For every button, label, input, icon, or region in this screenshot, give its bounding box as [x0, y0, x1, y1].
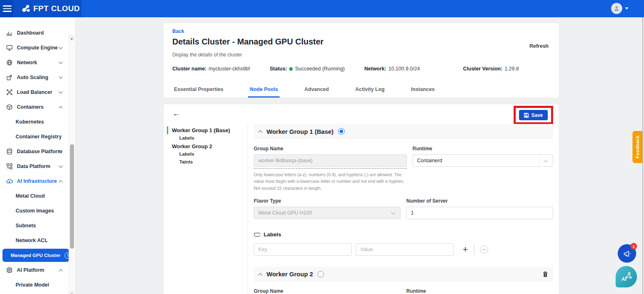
sidebar-item-custom-images[interactable]: Custom Images — [0, 203, 69, 218]
sidebar-item-dashboard[interactable]: Dashboard — [0, 26, 69, 40]
delete-worker-group-icon[interactable] — [542, 271, 548, 277]
page-subtitle: Display the details of the cluster — [172, 52, 242, 58]
compute-engine-icon — [6, 44, 13, 51]
collapse-caret-icon[interactable] — [258, 273, 262, 278]
labels-section-title: Labels — [264, 231, 281, 238]
sidebar: Dashboard Compute Engine Network Auto Sc… — [0, 17, 75, 294]
avatar — [611, 3, 622, 14]
status-dot — [289, 67, 293, 71]
save-button[interactable]: Save — [519, 110, 548, 120]
sidebar-item-database-platform[interactable]: Database Platform — [0, 144, 69, 159]
tag-icon — [254, 231, 260, 238]
auto-scaling-icon — [6, 74, 13, 81]
label-key-input[interactable] — [254, 243, 352, 256]
sidebar-item-ai-infrastructure[interactable]: AI Infrastructure — [0, 174, 69, 189]
worker-group-form: Worker Group 1 (Base) Group Name Only lo… — [248, 124, 554, 294]
cluster-name: Cluster name: mycluster-ckhxtlbf — [172, 66, 250, 72]
announcements-button[interactable]: 1 — [618, 244, 636, 263]
group-name-label: Group Name — [254, 146, 407, 152]
sidebar-item-managed-gpu-cluster[interactable]: Managed GPU Cluster beta — [2, 249, 69, 262]
chevron-down-icon — [59, 164, 63, 168]
sidebar-item-auto-scaling[interactable]: Auto Scaling — [0, 70, 69, 85]
runtime-label: Runtime — [412, 146, 553, 152]
sidebar-item-private-model[interactable]: Private Model — [0, 278, 69, 292]
chevron-down-icon — [59, 75, 63, 79]
page-title: Details Cluster - Managed GPU Cluster — [172, 37, 324, 47]
scroll-up-button[interactable]: ▲ — [69, 35, 74, 41]
refresh-button[interactable]: Refresh — [529, 43, 549, 49]
tab-activity-log[interactable]: Activity Log — [354, 83, 387, 98]
sidebar-item-network[interactable]: Network — [0, 55, 69, 70]
network-icon — [6, 59, 13, 66]
save-annotation-highlight: Save — [514, 106, 553, 124]
sidebar-vertical-scrollbar[interactable]: ▲ ▼ — [69, 35, 74, 294]
sidebar-item-container-registry[interactable]: Container Registry — [0, 129, 69, 144]
sidebar-item-containers[interactable]: Containers — [0, 100, 69, 114]
sidebar-item-compute-engine[interactable]: Compute Engine — [0, 40, 69, 55]
sidebar-item-metal-cloud[interactable]: Metal Cloud — [0, 189, 69, 203]
remove-label-button[interactable] — [480, 245, 488, 254]
cluster-network: Network: 10.100.9.0/24 — [364, 66, 420, 72]
tree-item-group2-taints[interactable]: Taints — [167, 158, 248, 166]
worker-group-2-title: Worker Group 2 — [266, 271, 313, 278]
vertical-scroll-thumb[interactable] — [70, 144, 74, 249]
labels-section-header: Labels — [254, 231, 553, 238]
sidebar-nav: Dashboard Compute Engine Network Auto Sc… — [0, 26, 69, 292]
sidebar-item-subnets[interactable]: Subnets — [0, 218, 69, 233]
group-name-field: Group Name Only lowercase letters (a-z),… — [254, 146, 407, 191]
flavor-type-select[interactable]: Metal Cloud GPU H100 — [254, 207, 401, 219]
back-arrow-icon[interactable]: ← — [172, 109, 181, 117]
sidebar-item-network-acl[interactable]: Network ACL — [0, 233, 69, 248]
worker-group-1-radio[interactable] — [338, 128, 345, 135]
megaphone-icon — [623, 249, 632, 258]
ai-platform-icon — [6, 267, 13, 274]
tab-node-pools[interactable]: Node Pools — [248, 83, 280, 98]
dashboard-icon — [6, 30, 13, 37]
user-menu-button[interactable] — [611, 3, 628, 14]
chevron-down-icon — [391, 210, 395, 215]
molecule-logo-icon — [21, 3, 31, 14]
number-of-server-label: Number of Server — [406, 198, 553, 204]
tree-item-worker-group-2[interactable]: Worker Group 2 — [167, 142, 248, 150]
tree-item-group1-labels[interactable]: Labels — [167, 134, 248, 142]
containers-icon — [6, 104, 13, 111]
flavor-type-field: Flavor Type Metal Cloud GPU H100 — [254, 198, 401, 219]
sidebar-item-load-balancer[interactable]: Load Balancer — [0, 85, 69, 100]
tab-advanced[interactable]: Advanced — [303, 83, 331, 98]
scroll-down-button[interactable]: ▼ — [69, 291, 74, 294]
data-platform-icon — [6, 163, 13, 170]
chevron-down-icon — [59, 60, 63, 64]
sidebar-item-data-platform[interactable]: Data Platform — [0, 159, 69, 174]
flavor-type-label: Flavor Type — [254, 198, 401, 204]
tree-item-worker-group-1[interactable]: Worker Group 1 (Base) — [167, 126, 248, 134]
number-of-server-input[interactable] — [406, 207, 553, 219]
sidebar-item-ai-platform[interactable]: AI Platform — [0, 263, 69, 278]
tab-essential-properties[interactable]: Essential Properties — [172, 83, 225, 98]
ai-assistant-button[interactable]: AI — [616, 266, 637, 287]
dotted-underline — [254, 168, 407, 169]
group2-name-label: Group Name — [254, 288, 401, 294]
chevron-down-icon — [543, 158, 548, 162]
add-label-button[interactable]: + — [463, 245, 468, 254]
back-link[interactable]: Back — [172, 28, 184, 34]
menu-hamburger-icon[interactable] — [3, 4, 14, 13]
worker-group-2-radio[interactable] — [317, 271, 324, 278]
feedback-tab[interactable]: Feedback — [632, 131, 642, 163]
chevron-down-icon — [59, 90, 63, 94]
runtime-select[interactable]: Containerd — [412, 154, 553, 167]
group-name-input[interactable] — [254, 154, 407, 167]
svg-text:AI: AI — [621, 276, 627, 282]
group-name-help-text: Only lowercase letters (a-z), numbers (0… — [254, 171, 407, 191]
floppy-disk-icon — [524, 113, 529, 118]
node-pools-body: Worker Group 1 (Base) Labels Worker Grou… — [167, 124, 554, 294]
tab-bar: Essential Properties Node Pools Advanced… — [172, 83, 436, 98]
tab-instances[interactable]: Instances — [409, 83, 436, 98]
tree-item-group2-labels[interactable]: Labels — [167, 150, 248, 158]
sidebar-item-kubernetes[interactable]: Kubernetes — [0, 114, 69, 129]
label-value-input[interactable] — [356, 243, 454, 256]
collapse-caret-icon[interactable] — [258, 130, 262, 135]
notification-badge: 1 — [630, 243, 637, 250]
runtime-field: Runtime Containerd — [412, 146, 553, 191]
cluster-header-card: Back Details Cluster - Managed GPU Clust… — [163, 23, 559, 98]
cluster-version: Cluster Version: 1.29.8 — [463, 66, 519, 72]
